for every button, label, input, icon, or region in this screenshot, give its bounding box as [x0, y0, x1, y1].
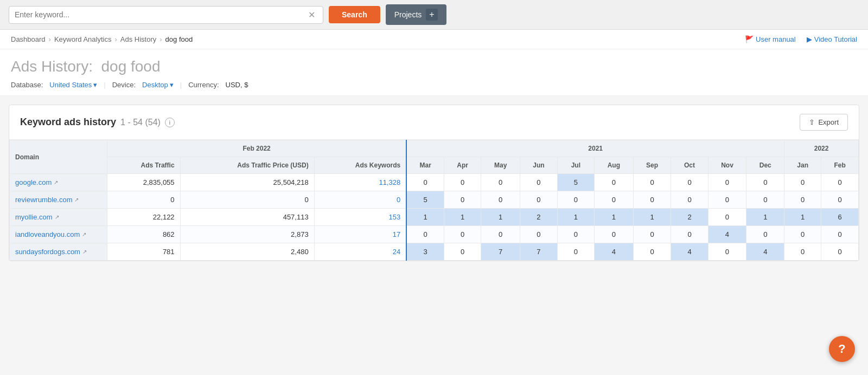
month-cell: 0 [746, 191, 784, 209]
database-dropdown[interactable]: United States ▾ [49, 81, 97, 89]
ads-traffic-price-cell: 457,113 [180, 209, 314, 226]
month-cell: 0 [784, 174, 821, 191]
col-2021-header: 2021 [406, 140, 784, 157]
projects-button[interactable]: Projects + [386, 4, 446, 25]
page-title: Ads History: dog food [11, 58, 857, 75]
ads-traffic-price-cell: 25,504,218 [180, 174, 314, 191]
month-cell: 1 [557, 209, 594, 226]
month-cell: 0 [520, 226, 558, 243]
month-cell: 0 [821, 226, 859, 243]
month-cell: 0 [594, 191, 633, 209]
ads-keywords-cell: 153 [314, 209, 406, 226]
month-cell: 1 [594, 209, 633, 226]
month-cell: 0 [481, 174, 520, 191]
month-cell: 0 [671, 191, 708, 209]
ads-keywords-link[interactable]: 11,328 [379, 178, 400, 186]
clear-button[interactable]: ✕ [306, 10, 317, 20]
ads-traffic-price-cell: 0 [180, 191, 314, 209]
month-cell: 0 [746, 226, 784, 243]
ads-traffic-cell: 862 [107, 226, 181, 243]
domain-cell: sundaysfordogs.com ↗ [10, 243, 107, 261]
month-cell: 0 [520, 191, 558, 209]
help-links: 🚩 User manual ▶ Video Tutorial [745, 35, 857, 43]
breadcrumb-dashboard[interactable]: Dashboard [11, 35, 46, 43]
info-icon[interactable]: i [165, 118, 175, 127]
domain-link[interactable]: myollie.com ↗ [15, 213, 101, 221]
month-cell: 0 [784, 243, 821, 261]
ads-traffic-price-cell: 2,480 [180, 243, 314, 261]
export-button[interactable]: ⇧ Export [800, 114, 848, 131]
external-link-icon: ↗ [74, 197, 79, 203]
domain-link[interactable]: sundaysfordogs.com ↗ [15, 248, 101, 256]
search-input[interactable]: dog food [15, 10, 306, 19]
ads-keywords-link[interactable]: 24 [393, 248, 400, 256]
col-2022-header: 2022 [784, 140, 859, 157]
month-cell: 2 [520, 209, 558, 226]
page-header: Ads History: dog food Database: United S… [0, 49, 868, 96]
col-2022-feb-header: Feb [821, 157, 859, 174]
col-ads-keywords-header: Ads Keywords [314, 157, 406, 174]
month-cell: 0 [557, 191, 594, 209]
page-title-keyword: dog food [101, 58, 161, 75]
month-cell: 1 [481, 209, 520, 226]
month-cell: 0 [633, 243, 671, 261]
month-cell: 0 [481, 226, 520, 243]
table-row: google.com ↗2,835,05525,504,21811,328000… [10, 174, 859, 191]
month-cell: 7 [520, 243, 558, 261]
device-dropdown[interactable]: Desktop ▾ [142, 81, 174, 89]
breadcrumb-bar: Dashboard › Keyword Analytics › Ads Hist… [0, 30, 868, 49]
domain-link[interactable]: iandloveandyou.com ↗ [15, 230, 101, 238]
col-feb2022-header: Feb 2022 [107, 140, 407, 157]
table-title-text: Keyword ads history [20, 117, 116, 128]
user-manual-link[interactable]: 🚩 User manual [745, 35, 796, 43]
domain-link[interactable]: reviewrumble.com ↗ [15, 196, 101, 204]
filters: Database: United States ▾ | Device: Desk… [11, 81, 857, 89]
external-link-icon: ↗ [82, 249, 87, 255]
col-2021-jul-header: Jul [557, 157, 594, 174]
breadcrumb-keyword-analytics[interactable]: Keyword Analytics [54, 35, 112, 43]
ads-traffic-cell: 781 [107, 243, 181, 261]
month-cell: 0 [444, 243, 481, 261]
col-2021-apr-header: Apr [444, 157, 481, 174]
col-2021-dec-header: Dec [746, 157, 784, 174]
breadcrumb-ads-history[interactable]: Ads History [120, 35, 156, 43]
table-row: reviewrumble.com ↗000500000000000 [10, 191, 859, 209]
col-2022-jan-header: Jan [784, 157, 821, 174]
col-2021-oct-header: Oct [671, 157, 708, 174]
col-ads-traffic-header: Ads Traffic [107, 157, 181, 174]
search-button[interactable]: Search [329, 6, 380, 23]
table-title-group: Keyword ads history 1 - 54 (54) i [20, 117, 175, 128]
ads-traffic-cell: 2,835,055 [107, 174, 181, 191]
table-row: sundaysfordogs.com ↗7812,480243077040404… [10, 243, 859, 261]
breadcrumb: Dashboard › Keyword Analytics › Ads Hist… [11, 35, 193, 43]
chevron-down-icon-2: ▾ [170, 81, 174, 89]
ads-keywords-link[interactable]: 0 [397, 196, 400, 204]
domain-link[interactable]: google.com ↗ [15, 178, 101, 186]
col-ads-traffic-price-header: Ads Traffic Price (USD) [180, 157, 314, 174]
month-cell: 0 [821, 191, 859, 209]
page-title-prefix: Ads History: [11, 58, 93, 75]
month-cell: 0 [594, 226, 633, 243]
domain-cell: myollie.com ↗ [10, 209, 107, 226]
month-cell: 0 [821, 174, 859, 191]
col-2021-sep-header: Sep [633, 157, 671, 174]
month-cell: 0 [671, 226, 708, 243]
col-domain-header: Domain [10, 140, 107, 174]
ads-keywords-link[interactable]: 17 [393, 230, 400, 238]
month-cell: 0 [594, 174, 633, 191]
month-cell: 7 [481, 243, 520, 261]
month-cell: 1 [784, 209, 821, 226]
database-label: Database: [11, 81, 43, 89]
domain-cell: google.com ↗ [10, 174, 107, 191]
video-tutorial-link[interactable]: ▶ Video Tutorial [807, 35, 857, 43]
ads-history-table: Domain Feb 2022 2021 2022 Ads Traffic Ad… [9, 140, 859, 261]
month-cell: 5 [406, 191, 444, 209]
month-cell: 0 [746, 174, 784, 191]
ads-keywords-cell: 11,328 [314, 174, 406, 191]
ads-keywords-link[interactable]: 153 [388, 213, 400, 221]
month-cell: 0 [671, 174, 708, 191]
month-cell: 0 [557, 226, 594, 243]
table-row: iandloveandyou.com ↗8622,873170000000040… [10, 226, 859, 243]
col-2021-jun-header: Jun [520, 157, 558, 174]
ads-keywords-cell: 17 [314, 226, 406, 243]
